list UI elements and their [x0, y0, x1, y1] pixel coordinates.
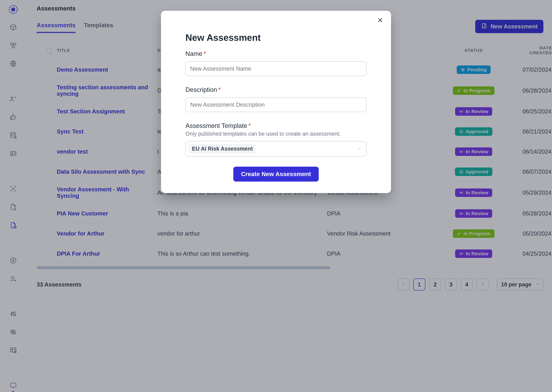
template-label: Assessment Template* — [185, 122, 367, 129]
template-field-group: Assessment Template* Only published temp… — [185, 122, 367, 157]
name-input[interactable] — [185, 61, 367, 76]
required-asterisk: * — [248, 122, 251, 129]
description-input[interactable] — [185, 97, 367, 112]
name-label: Name* — [185, 50, 367, 57]
create-assessment-button[interactable]: Create New Assessment — [233, 167, 319, 182]
description-label: Description* — [185, 86, 367, 93]
modal-overlay[interactable]: New Assessment Name* Description* Assess… — [0, 0, 552, 392]
modal-actions: Create New Assessment — [185, 167, 367, 182]
description-field-group: Description* — [185, 86, 367, 112]
template-hint: Only published templates can be used to … — [185, 131, 367, 137]
new-assessment-modal: New Assessment Name* Description* Assess… — [161, 11, 391, 193]
chevron-down-icon — [357, 146, 362, 152]
template-select[interactable]: EU AI Risk Assessment — [185, 141, 367, 157]
name-field-group: Name* — [185, 50, 367, 76]
required-asterisk: * — [218, 86, 221, 93]
required-asterisk: * — [203, 50, 206, 57]
modal-title: New Assessment — [185, 32, 367, 43]
template-chip: EU AI Risk Assessment — [189, 144, 256, 154]
close-icon[interactable] — [377, 16, 384, 24]
